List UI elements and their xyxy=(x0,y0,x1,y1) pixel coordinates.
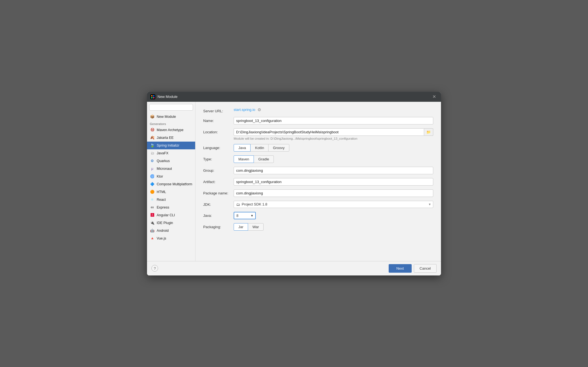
language-toggle-group: Java Kotlin Groovy xyxy=(234,144,433,152)
sidebar-html-label: HTML xyxy=(157,190,166,194)
sidebar-item-javafx[interactable]: 🗂 JavaFX xyxy=(147,149,195,157)
sidebar-express-label: Express xyxy=(157,205,169,209)
group-value xyxy=(234,167,433,174)
react-icon: ⚛ xyxy=(150,197,155,202)
app-icon xyxy=(150,94,155,99)
angular-icon: 🅰 xyxy=(150,213,155,218)
svg-rect-2 xyxy=(153,95,154,97)
artifact-input[interactable] xyxy=(234,178,433,186)
jdk-folder-icon: 🗂 xyxy=(236,202,240,207)
footer: ? Next Cancel xyxy=(147,261,441,275)
server-url-label: Server URL: xyxy=(203,107,234,113)
sidebar-item-angular[interactable]: 🅰 Angular CLI xyxy=(147,211,195,219)
sidebar-jakarta-label: Jakarta EE xyxy=(157,136,174,140)
name-label: Name: xyxy=(203,117,234,123)
packaging-row: Packaging: Jar War xyxy=(203,223,433,231)
javafx-icon: 🗂 xyxy=(150,151,155,156)
java-dropdown[interactable]: 8 ▾ xyxy=(234,212,256,219)
group-row: Group: xyxy=(203,167,433,174)
location-input[interactable] xyxy=(234,128,424,136)
android-icon: 🤖 xyxy=(150,228,155,233)
type-maven-btn[interactable]: Maven xyxy=(234,155,254,163)
sidebar-item-maven-archetype[interactable]: Ⓜ Maven Archetype xyxy=(147,126,195,134)
next-button[interactable]: Next xyxy=(389,264,412,273)
packaging-war-btn[interactable]: War xyxy=(248,223,264,231)
help-button[interactable]: ? xyxy=(151,265,158,272)
sidebar-item-ktor[interactable]: 🌀 Ktor xyxy=(147,173,195,180)
jdk-dropdown[interactable]: 🗂 Project SDK 1.8 ▾ xyxy=(234,201,433,208)
maven-icon: Ⓜ xyxy=(150,127,155,132)
artifact-label: Artifact: xyxy=(203,178,234,184)
java-dropdown-arrow: ▾ xyxy=(251,214,253,218)
search-input[interactable] xyxy=(149,104,193,111)
html-icon: 🟠 xyxy=(150,189,155,194)
location-label: Location: xyxy=(203,128,234,134)
sidebar-quarkus-label: Quarkus xyxy=(157,159,170,163)
location-value: 📁 Module will be created in: D:\DingJiax… xyxy=(234,128,433,140)
sidebar-item-react[interactable]: ⚛ React xyxy=(147,196,195,204)
spring-icon: 🍃 xyxy=(150,143,155,148)
sidebar-item-ide-plugin[interactable]: 🔌 IDE Plugin xyxy=(147,219,195,227)
packaging-jar-btn[interactable]: Jar xyxy=(234,223,248,231)
sidebar-item-spring-initializr[interactable]: 🍃 Spring Initializr xyxy=(147,142,195,149)
language-groovy-btn[interactable]: Groovy xyxy=(268,144,289,152)
jdk-row: JDK: 🗂 Project SDK 1.8 ▾ xyxy=(203,201,433,208)
sidebar-item-micronaut[interactable]: μ Micronaut xyxy=(147,165,195,173)
server-url-link[interactable]: start.spring.io xyxy=(234,108,255,112)
new-module-icon: 📦 xyxy=(150,114,155,119)
cancel-button[interactable]: Cancel xyxy=(414,264,437,273)
new-module-dialog: New Module ✕ 📦 New Module Generators Ⓜ M… xyxy=(147,92,441,275)
sidebar-item-vuejs[interactable]: 🔺 Vue.js xyxy=(147,235,195,242)
sidebar-item-jakarta-ee[interactable]: 🍂 Jakarta EE xyxy=(147,134,195,142)
type-label: Type: xyxy=(203,155,234,161)
close-button[interactable]: ✕ xyxy=(431,93,438,100)
compose-icon: 🔷 xyxy=(150,182,155,187)
jdk-dropdown-arrow: ▾ xyxy=(429,202,431,206)
sidebar-compose-label: Compose Multiplatform xyxy=(157,182,192,186)
package-name-input[interactable] xyxy=(234,189,433,197)
java-value: 8 ▾ xyxy=(234,212,433,219)
server-url-row: Server URL: start.spring.io ⚙ xyxy=(203,107,433,113)
sidebar-angular-label: Angular CLI xyxy=(157,213,175,217)
sidebar-javafx-label: JavaFX xyxy=(157,151,168,155)
sidebar-maven-label: Maven Archetype xyxy=(157,128,184,132)
language-value: Java Kotlin Groovy xyxy=(234,144,433,152)
type-gradle-btn[interactable]: Gradle xyxy=(254,155,274,163)
package-name-value xyxy=(234,189,433,197)
package-name-row: Package name: xyxy=(203,189,433,197)
sidebar-item-html[interactable]: 🟠 HTML xyxy=(147,188,195,196)
java-label: Java: xyxy=(203,212,234,218)
sidebar-item-express[interactable]: ex Express xyxy=(147,204,195,211)
packaging-toggle-group: Jar War xyxy=(234,223,433,231)
sidebar-item-compose[interactable]: 🔷 Compose Multiplatform xyxy=(147,180,195,188)
sidebar-item-android[interactable]: 🤖 Android xyxy=(147,227,195,235)
java-select-text: 8 xyxy=(236,214,238,218)
svg-rect-4 xyxy=(153,97,154,98)
main-panel: Server URL: start.spring.io ⚙ Name: Loca… xyxy=(195,102,441,261)
location-hint: Module will be created in: D:\DingJiaxio… xyxy=(234,137,433,140)
ktor-icon: 🌀 xyxy=(150,174,155,179)
type-toggle-group: Maven Gradle xyxy=(234,155,433,163)
titlebar: New Module ✕ xyxy=(147,92,441,102)
express-icon: ex xyxy=(150,205,155,210)
sidebar-item-new-module[interactable]: 📦 New Module xyxy=(147,113,195,121)
gear-button[interactable]: ⚙ xyxy=(257,107,261,112)
sidebar-new-module-label: New Module xyxy=(157,115,176,119)
sidebar-ktor-label: Ktor xyxy=(157,175,163,178)
location-input-row: 📁 xyxy=(234,128,433,136)
language-kotlin-btn[interactable]: Kotlin xyxy=(250,144,269,152)
location-browse-button[interactable]: 📁 xyxy=(424,128,433,136)
group-input[interactable] xyxy=(234,167,433,174)
language-row: Language: Java Kotlin Groovy xyxy=(203,144,433,152)
group-label: Group: xyxy=(203,167,234,173)
svg-rect-1 xyxy=(151,95,153,97)
sidebar-item-quarkus[interactable]: ⚙ Quarkus xyxy=(147,157,195,165)
name-input[interactable] xyxy=(234,117,433,124)
sidebar-ideplugin-label: IDE Plugin xyxy=(157,221,173,225)
language-label: Language: xyxy=(203,144,234,150)
jdk-value: 🗂 Project SDK 1.8 ▾ xyxy=(234,201,433,208)
sidebar-micronaut-label: Micronaut xyxy=(157,167,172,171)
name-row: Name: xyxy=(203,117,433,124)
content-area: 📦 New Module Generators Ⓜ Maven Archetyp… xyxy=(147,102,441,261)
language-java-btn[interactable]: Java xyxy=(234,144,251,152)
